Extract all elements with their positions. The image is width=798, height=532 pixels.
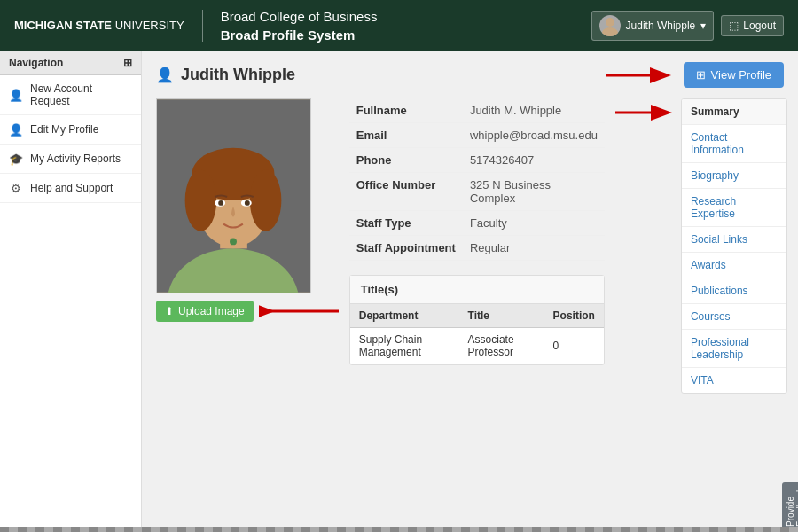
profile-center: Fullname Judith M. Whipple Email whipple… xyxy=(349,98,605,394)
view-profile-arrow xyxy=(606,63,677,88)
page-title-area: 👤 Judith Whipple xyxy=(156,66,295,84)
position-cell: 0 xyxy=(544,328,604,364)
staff-appointment-label: Staff Appointment xyxy=(349,236,463,261)
header-right: Judith Whipple ▾ ⬚ Logout xyxy=(591,11,784,41)
edit-profile-label: Edit My Profile xyxy=(30,123,98,136)
right-nav-professional[interactable]: Professional Leadership xyxy=(682,330,786,368)
feedback-tab[interactable]: Provide Feedback xyxy=(782,482,798,532)
staff-type-label: Staff Type xyxy=(349,211,463,236)
svg-point-9 xyxy=(250,169,282,231)
right-nav-summary[interactable]: Summary xyxy=(682,99,786,125)
profile-photo xyxy=(156,98,311,293)
new-account-icon: 👤 xyxy=(9,88,23,102)
fullname-row: Fullname Judith M. Whipple xyxy=(349,98,605,123)
page-title: Judith Whipple xyxy=(181,66,295,84)
feedback-label: Provide Feedback xyxy=(786,488,798,527)
logout-label: Logout xyxy=(743,20,776,32)
header-title: Broad College of Business Broad Profile … xyxy=(221,7,378,44)
sidebar-item-activity-reports[interactable]: 🎓 My Activity Reports xyxy=(0,145,141,174)
svg-point-13 xyxy=(245,200,250,206)
titles-section: Title(s) Department Title Position Suppl… xyxy=(349,275,605,365)
header: MICHIGAN STATE UNIVERSITY Broad College … xyxy=(0,0,798,51)
msu-logo: MICHIGAN STATE UNIVERSITY xyxy=(14,18,184,34)
view-profile-icon: ⊞ xyxy=(696,68,706,82)
office-row: Office Number 325 N Business Complex xyxy=(349,173,605,211)
title-cell: Associate Professor xyxy=(459,328,544,364)
staff-type-row: Staff Type Faculty xyxy=(349,211,605,236)
user-avatar xyxy=(599,15,621,36)
sidebar-icon-grid: ⊞ xyxy=(123,57,132,69)
email-label: Email xyxy=(349,123,463,148)
phone-label: Phone xyxy=(349,148,463,173)
upload-image-label: Upload Image xyxy=(178,305,245,317)
right-nav-biography[interactable]: Biography xyxy=(682,163,786,189)
right-nav-courses[interactable]: Courses xyxy=(682,304,786,330)
view-profile-area: ⊞ View Profile xyxy=(606,62,784,88)
staff-appointment-row: Staff Appointment Regular xyxy=(349,236,605,261)
header-divider xyxy=(202,10,203,42)
upload-arrow xyxy=(259,301,339,322)
email-value: whipple@broad.msu.edu xyxy=(463,123,605,148)
view-profile-button[interactable]: ⊞ View Profile xyxy=(684,62,784,88)
fullname-label: Fullname xyxy=(349,98,463,123)
sidebar-header: Navigation ⊞ xyxy=(0,51,141,75)
svg-point-14 xyxy=(230,238,237,245)
svg-point-1 xyxy=(602,27,618,36)
right-nav: Summary Contact Information Biography Re… xyxy=(681,98,787,394)
activity-reports-label: My Activity Reports xyxy=(30,153,121,165)
msu-bold-text: MICHIGAN STATE xyxy=(14,19,112,32)
office-value: 325 N Business Complex xyxy=(463,173,605,211)
table-row: Supply Chain Management Associate Profes… xyxy=(350,328,604,364)
sidebar-item-help-support[interactable]: ⚙ Help and Support xyxy=(0,174,141,203)
svg-point-12 xyxy=(218,200,223,206)
profile-grid: ⬆ Upload Image xyxy=(156,98,784,394)
sidebar-item-edit-profile[interactable]: 👤 Edit My Profile xyxy=(0,115,141,145)
msu-suffix-text: UNIVERSITY xyxy=(115,19,184,32)
right-nav-awards[interactable]: Awards xyxy=(682,253,786,278)
right-nav-wrapper: Summary Contact Information Biography Re… xyxy=(615,98,787,394)
titles-header: Title(s) xyxy=(350,276,604,304)
office-label: Office Number xyxy=(349,173,463,211)
svg-point-8 xyxy=(185,169,217,231)
header-left: MICHIGAN STATE UNIVERSITY Broad College … xyxy=(14,7,377,44)
main-layout: Navigation ⊞ 👤 New Account Request 👤 Edi… xyxy=(0,51,798,532)
activity-reports-icon: 🎓 xyxy=(9,152,23,166)
right-nav-publications[interactable]: Publications xyxy=(682,278,786,304)
bottom-strip xyxy=(0,527,798,532)
right-nav-social[interactable]: Social Links xyxy=(682,227,786,253)
nav-label: Navigation xyxy=(9,57,63,69)
page-user-icon: 👤 xyxy=(156,66,174,83)
right-nav-contact[interactable]: Contact Information xyxy=(682,125,786,163)
fullname-value: Judith M. Whipple xyxy=(463,98,605,123)
upload-image-button[interactable]: ⬆ Upload Image xyxy=(156,301,254,322)
dept-cell: Supply Chain Management xyxy=(350,328,459,364)
summary-arrow-area: Summary Contact Information Biography Re… xyxy=(615,98,787,394)
user-name-label: Judith Whipple xyxy=(626,20,696,32)
summary-arrow xyxy=(615,102,677,123)
content: 👤 Judith Whipple ⊞ View Profile xyxy=(142,51,798,532)
title-col-header: Title xyxy=(459,304,544,328)
logout-icon: ⬚ xyxy=(729,20,739,32)
titles-table: Department Title Position Supply Chain M… xyxy=(350,304,604,364)
dept-col-header: Department xyxy=(350,304,459,328)
user-badge[interactable]: Judith Whipple ▾ xyxy=(591,11,715,41)
view-profile-label: View Profile xyxy=(711,68,771,82)
right-nav-research[interactable]: Research Expertise xyxy=(682,189,786,227)
staff-appointment-value: Regular xyxy=(463,236,605,261)
help-support-icon: ⚙ xyxy=(9,181,23,195)
right-nav-vita[interactable]: VITA xyxy=(682,368,786,393)
profile-left: ⬆ Upload Image xyxy=(156,98,339,394)
svg-point-0 xyxy=(606,18,614,27)
system-name: Broad Profile System xyxy=(221,26,378,44)
phone-value: 5174326407 xyxy=(463,148,605,173)
sidebar-item-new-account[interactable]: 👤 New Account Request xyxy=(0,75,141,115)
dropdown-arrow: ▾ xyxy=(700,20,706,32)
upload-icon: ⬆ xyxy=(165,305,174,317)
logout-button[interactable]: ⬚ Logout xyxy=(721,15,784,36)
email-row: Email whipple@broad.msu.edu xyxy=(349,123,605,148)
college-name: Broad College of Business xyxy=(221,7,378,26)
right-nav-box: Summary Contact Information Biography Re… xyxy=(681,98,787,394)
phone-row: Phone 5174326407 xyxy=(349,148,605,173)
new-account-label: New Account Request xyxy=(30,82,132,107)
staff-type-value: Faculty xyxy=(463,211,605,236)
